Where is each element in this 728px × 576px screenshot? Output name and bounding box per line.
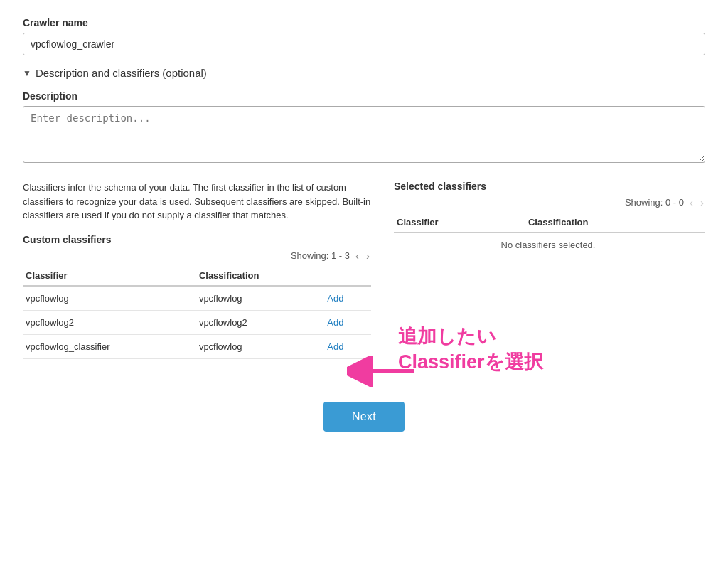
classifier-classification: vpcflowlog2 — [196, 310, 324, 334]
add-classifier-link[interactable]: Add — [327, 293, 343, 304]
classifier-name: vpcflowlog — [23, 286, 196, 311]
table-row: vpcflowlog_classifier vpcflowlog Add — [23, 334, 371, 358]
selected-classifiers-label: Selected classifiers — [394, 181, 705, 192]
custom-classifiers-label: Custom classifiers — [23, 234, 371, 245]
table-row: No classifiers selected. — [394, 233, 705, 257]
section-toggle-label: Description and classifiers (optional) — [36, 67, 207, 79]
classifiers-info-text: Classifiers infer the schema of your dat… — [23, 181, 371, 223]
selected-next-btn[interactable]: › — [699, 196, 705, 208]
custom-showing-text: Showing: 1 - 3 — [291, 250, 350, 261]
custom-col-action — [324, 266, 371, 286]
selected-classifier-table: Classifier Classification No classifiers… — [394, 213, 705, 257]
section-toggle[interactable]: ▼ Description and classifiers (optional) — [23, 67, 705, 79]
selected-showing-text: Showing: 0 - 0 — [625, 197, 684, 208]
custom-showing-row: Showing: 1 - 3 ‹ › — [23, 250, 371, 262]
add-classifier-link[interactable]: Add — [327, 317, 343, 328]
arrow-block — [347, 356, 418, 389]
table-row: vpcflowlog vpcflowlog Add — [23, 286, 371, 311]
description-textarea[interactable] — [23, 106, 705, 163]
custom-col-classification: Classification — [196, 266, 324, 286]
selected-prev-btn[interactable]: ‹ — [688, 196, 695, 208]
custom-prev-btn[interactable]: ‹ — [354, 250, 360, 262]
custom-col-classifier: Classifier — [23, 266, 196, 286]
custom-next-btn[interactable]: › — [365, 250, 371, 262]
table-row: vpcflowlog2 vpcflowlog2 Add — [23, 310, 371, 334]
next-button-row: Next — [23, 402, 705, 432]
page-container: Crawler name ▼ Description and classifie… — [0, 0, 728, 576]
left-column: Classifiers infer the schema of your dat… — [23, 181, 371, 359]
custom-classifier-table: Classifier Classification vpcflowlog vpc… — [23, 266, 371, 359]
selected-col-classifier: Classifier — [394, 213, 525, 233]
classifier-name: vpcflowlog_classifier — [23, 334, 196, 358]
description-label: Description — [23, 90, 705, 102]
next-button[interactable]: Next — [323, 402, 405, 432]
classifier-classification: vpcflowlog — [196, 334, 324, 358]
chevron-down-icon: ▼ — [23, 68, 31, 78]
crawler-name-label: Crawler name — [23, 17, 705, 28]
classifier-classification: vpcflowlog — [196, 286, 324, 311]
arrow-icon — [347, 356, 418, 387]
no-classifiers-text: No classifiers selected. — [394, 233, 705, 257]
crawler-name-input[interactable] — [23, 33, 705, 55]
add-classifier-link[interactable]: Add — [327, 341, 343, 352]
selected-showing-row: Showing: 0 - 0 ‹ › — [394, 196, 705, 208]
two-col-layout: Classifiers infer the schema of your dat… — [23, 181, 705, 359]
selected-col-classification: Classification — [525, 213, 705, 233]
right-column: Selected classifiers Showing: 0 - 0 ‹ › … — [394, 181, 705, 359]
classifier-name: vpcflowlog2 — [23, 310, 196, 334]
